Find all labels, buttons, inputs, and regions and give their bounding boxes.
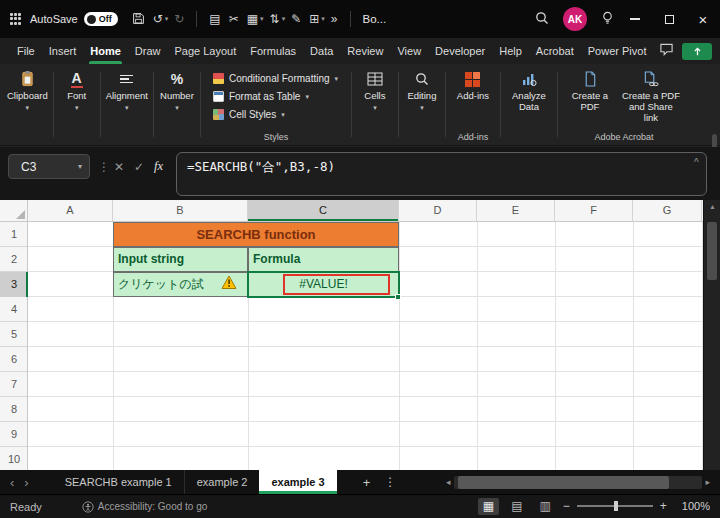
next-sheet-icon[interactable]: ›	[24, 476, 28, 489]
redo-icon[interactable]: ↻	[174, 13, 184, 25]
app-launcher-icon[interactable]	[10, 13, 22, 25]
zoom-level[interactable]: 100%	[682, 500, 710, 512]
cell-mode-indicator[interactable]: Ready	[10, 501, 42, 513]
name-box[interactable]: C3 ▾	[8, 154, 90, 179]
zoom-slider[interactable]	[577, 505, 653, 507]
paste-dropdown-icon[interactable]: ▾	[260, 15, 264, 23]
menu-insert[interactable]: Insert	[42, 38, 84, 64]
sheet-grid[interactable]: A B C D E F G 1 2 3 4 5 6 7 8 9 10	[0, 200, 720, 470]
sort-icon[interactable]: ⇅	[270, 13, 280, 25]
accessibility-checker[interactable]: Accessibility: Good to go	[82, 501, 208, 513]
horizontal-scrollbar-track[interactable]	[454, 476, 703, 489]
paste-icon[interactable]: ▦	[247, 13, 258, 25]
clipboard-group-button[interactable]: Clipboard ▾	[4, 64, 51, 145]
column-header-d[interactable]: D	[399, 200, 477, 221]
fill-handle[interactable]	[395, 294, 401, 300]
create-pdf-share-button[interactable]: Create a PDF and Share link	[618, 69, 684, 131]
formula-input[interactable]: =SEARCHB("合",B3,-8)	[176, 152, 707, 196]
cells-group-button[interactable]: Cells ▾	[354, 64, 396, 145]
menu-power-pivot[interactable]: Power Pivot	[581, 38, 654, 64]
zoom-in-button[interactable]: +	[660, 500, 667, 512]
scroll-right-icon[interactable]: ▸	[705, 478, 710, 487]
zoom-out-button[interactable]: −	[563, 500, 570, 512]
collapse-formula-bar-icon[interactable]: ^	[694, 157, 699, 168]
scroll-up-icon[interactable]: ▲	[704, 203, 720, 210]
number-group-button[interactable]: % Number ▾	[156, 64, 198, 145]
row-header-8[interactable]: 8	[0, 397, 28, 422]
sheet-tab-1[interactable]: SEARCHB example 1	[53, 470, 184, 494]
more-commands-icon[interactable]: »	[331, 13, 338, 25]
edit-icon[interactable]: ✎	[291, 13, 301, 25]
column-header-a[interactable]: A	[28, 200, 113, 221]
cancel-icon[interactable]: ✕	[114, 160, 124, 174]
normal-view-icon[interactable]: ▦	[478, 498, 499, 514]
scroll-left-icon[interactable]: ◂	[446, 478, 451, 487]
enter-icon[interactable]: ✓	[134, 160, 144, 174]
menu-draw[interactable]: Draw	[128, 38, 168, 64]
row-header-9[interactable]: 9	[0, 422, 28, 447]
row-header-6[interactable]: 6	[0, 347, 28, 372]
cell-styles-button[interactable]: Cell Styles ▾	[207, 105, 345, 123]
column-header-g[interactable]: G	[633, 200, 702, 221]
horizontal-scrollbar[interactable]: ◂ ▸	[446, 475, 710, 489]
horizontal-scrollbar-thumb[interactable]	[458, 476, 670, 489]
menu-view[interactable]: View	[390, 38, 428, 64]
menu-acrobat[interactable]: Acrobat	[529, 38, 581, 64]
sheet-tab-2[interactable]: example 2	[184, 470, 260, 494]
table-icon[interactable]: ⊞	[309, 13, 319, 25]
create-pdf-button[interactable]: Create a PDF	[564, 69, 616, 131]
menu-developer[interactable]: Developer	[428, 38, 492, 64]
menu-formulas[interactable]: Formulas	[243, 38, 303, 64]
comments-icon[interactable]	[659, 42, 674, 60]
minimize-button[interactable]	[618, 0, 652, 38]
previous-sheet-icon[interactable]: ‹	[10, 476, 14, 489]
cell-b2[interactable]: Input string	[113, 247, 248, 272]
cell-c2[interactable]: Formula	[248, 247, 399, 272]
add-sheet-button[interactable]: +	[363, 475, 371, 490]
font-group-button[interactable]: A Font ▾	[56, 64, 98, 145]
page-break-view-icon[interactable]: ▥	[534, 498, 555, 514]
menu-review[interactable]: Review	[340, 38, 390, 64]
column-header-e[interactable]: E	[477, 200, 555, 221]
menu-home[interactable]: Home	[83, 38, 128, 64]
list-icon[interactable]: ▤	[209, 13, 220, 25]
error-warning-icon[interactable]	[221, 275, 237, 294]
row-header-1[interactable]: 1	[0, 222, 28, 247]
sheet-menu-icon[interactable]: ⋮	[384, 475, 396, 489]
column-header-f[interactable]: F	[555, 200, 633, 221]
save-icon[interactable]	[132, 12, 145, 27]
formula-bar-handle-icon[interactable]: ⋮	[98, 160, 110, 174]
undo-dropdown-icon[interactable]: ▾	[165, 15, 169, 23]
insert-function-button[interactable]: fx	[154, 159, 163, 174]
row-header-2[interactable]: 2	[0, 247, 28, 272]
search-icon[interactable]	[535, 11, 549, 27]
cells-area[interactable]: 1 2 3 4 5 6 7 8 9 10 SEARCHB function In…	[0, 222, 703, 470]
undo-icon[interactable]: ↺	[153, 13, 163, 25]
format-as-table-button[interactable]: Format as Table ▾	[207, 87, 345, 105]
sort-dropdown-icon[interactable]: ▾	[282, 15, 286, 23]
menu-help[interactable]: Help	[492, 38, 529, 64]
share-button[interactable]	[682, 43, 712, 60]
menu-page-layout[interactable]: Page Layout	[167, 38, 243, 64]
row-header-5[interactable]: 5	[0, 322, 28, 347]
avatar[interactable]: AK	[563, 7, 587, 31]
cell-c3-error[interactable]: #VALUE!	[248, 272, 399, 297]
alignment-group-button[interactable]: Alignment ▾	[103, 64, 151, 145]
row-header-4[interactable]: 4	[0, 297, 28, 322]
close-button[interactable]: ×	[686, 0, 720, 38]
autosave-toggle[interactable]: Off	[84, 12, 118, 26]
analyze-data-button[interactable]: Analyze Data	[503, 64, 555, 145]
vertical-scrollbar-thumb[interactable]	[707, 222, 717, 280]
row-header-10[interactable]: 10	[0, 447, 28, 472]
conditional-formatting-button[interactable]: Conditional Formatting ▾	[207, 69, 345, 87]
row-header-3[interactable]: 3	[0, 272, 28, 297]
column-header-c[interactable]: C	[248, 200, 399, 221]
cell-b1-merged-title[interactable]: SEARCHB function	[113, 222, 399, 247]
editing-group-button[interactable]: Editing ▾	[401, 64, 443, 145]
vertical-scrollbar[interactable]: ▲	[703, 200, 720, 470]
maximize-button[interactable]	[652, 0, 686, 38]
lightbulb-icon[interactable]	[601, 11, 614, 27]
cut-icon[interactable]: ✂	[229, 13, 239, 25]
menu-file[interactable]: File	[10, 38, 42, 64]
table-dropdown-icon[interactable]: ▾	[321, 15, 325, 23]
